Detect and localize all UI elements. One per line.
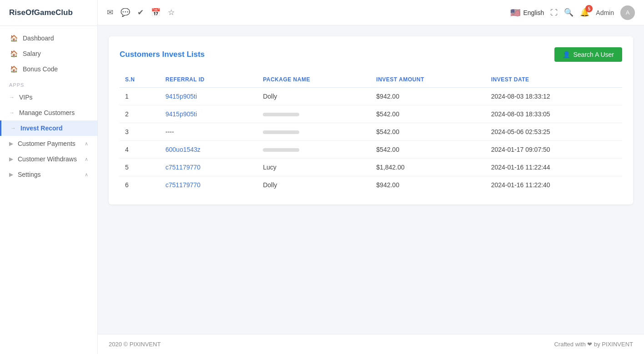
sidebar-label-settings: Settings [18,171,41,178]
cell-sn: 3 [120,123,160,141]
table-row: 6c751179770Dolly$942.002024-01-16 11:22:… [120,176,622,194]
sidebar-item-settings[interactable]: ▶ Settings ∧ [0,167,97,182]
chevron-withdraws-icon: ∧ [85,156,88,162]
table-row: 4600uo1543z$542.002024-01-17 09:07:50 [120,141,622,159]
sidebar: RiseOfGameClub 🏠 Dashboard 🏠 Salary 🏠 Bo… [0,0,98,354]
topbar-action-icons: ✉ 💬 ✔ 📅 ☆ [107,8,175,17]
referral-link[interactable]: c751179770 [166,181,201,189]
cell-package-name [257,123,371,141]
cell-package-name: Dolly [257,176,371,194]
col-package-name: Package Name [257,72,371,88]
cell-referral-id: 600uo1543z [160,141,257,159]
content-area: Customers Invest Lists 👤 Search A User S… [98,25,644,334]
sidebar-label-customer-withdraws: Customer Withdraws [18,155,77,163]
table-row: 19415p905tiDolly$942.002024-08-03 18:33:… [120,88,622,105]
mail-icon[interactable]: ✉ [107,8,113,17]
sidebar-item-customer-withdraws[interactable]: ▶ Customer Withdraws ∧ [0,151,97,167]
cell-sn: 2 [120,105,160,123]
flag-icon: 🇺🇸 [510,8,520,18]
sidebar-label-invest-record: Invest Record [20,125,63,132]
notification-badge: 5 [585,5,593,12]
referral-link[interactable]: 600uo1543z [166,146,201,153]
package-placeholder [263,130,299,134]
cell-referral-id: ---- [160,123,257,141]
app-logo: RiseOfGameClub [0,0,97,26]
check-icon[interactable]: ✔ [137,8,144,17]
main-content: ✉ 💬 ✔ 📅 ☆ 🇺🇸 English ⛶ 🔍 🔔 5 Admin A [98,0,644,354]
sidebar-item-customer-payments[interactable]: ▶ Customer Payments ∧ [0,136,97,151]
col-referral-id: Referral ID [160,72,257,88]
cell-referral-id: c751179770 [160,159,257,176]
sidebar-item-bonus-code[interactable]: 🏠 Bonus Code [0,61,97,77]
sidebar-label-customer-payments: Customer Payments [18,140,75,147]
table-body: 19415p905tiDolly$942.002024-08-03 18:33:… [120,88,622,194]
star-icon[interactable]: ☆ [168,8,175,17]
apps-section-label: APPS [0,77,97,90]
package-placeholder [263,148,299,152]
col-invest-amount: Invest Amount [371,72,485,88]
sidebar-item-manage-customers[interactable]: → Manage Customers [0,105,97,120]
cell-referral-id: 9415p905ti [160,88,257,105]
footer-crafted: Crafted with ❤ by PIXINVENT [554,341,633,348]
language-label: English [523,9,544,16]
invest-table: S.N Referral ID Package Name Invest Amou… [120,72,622,194]
referral-link[interactable]: 9415p905ti [166,110,197,118]
cell-invest-date: 2024-05-06 02:53:25 [486,123,622,141]
cell-sn: 4 [120,141,160,159]
chevron-payments-icon: ∧ [85,141,88,147]
cell-invest-amount: $542.00 [371,123,485,141]
cell-package-name: Lucy [257,159,371,176]
sidebar-label-manage-customers: Manage Customers [19,109,75,116]
referral-link[interactable]: c751179770 [166,164,201,171]
sidebar-item-salary[interactable]: 🏠 Salary [0,46,97,61]
col-invest-date: Invest Date [486,72,622,88]
sidebar-item-dashboard[interactable]: 🏠 Dashboard [0,30,97,46]
fullscreen-icon[interactable]: ⛶ [550,9,558,17]
cell-referral-id: 9415p905ti [160,105,257,123]
cell-invest-date: 2024-01-16 11:22:44 [486,159,622,176]
cell-package-name [257,141,371,159]
sidebar-item-invest-record[interactable]: → Invest Record [0,120,97,136]
referral-link[interactable]: 9415p905ti [166,93,197,100]
cell-invest-date: 2024-01-16 11:22:40 [486,176,622,194]
cell-invest-amount: $1,842.00 [371,159,485,176]
arrow-icon-vips: → [9,94,15,100]
cell-invest-amount: $942.00 [371,88,485,105]
chat-icon[interactable]: 💬 [121,8,130,17]
invest-list-card: Customers Invest Lists 👤 Search A User S… [109,36,633,204]
cell-sn: 5 [120,159,160,176]
admin-label: Admin [596,9,614,16]
sidebar-label-vips: VIPs [19,94,33,101]
arrow-icon-invest: → [10,125,16,131]
footer-copyright: 2020 © PIXINVENT [109,341,161,348]
table-row: 3----$542.002024-05-06 02:53:25 [120,123,622,141]
table-row: 5c751179770Lucy$1,842.002024-01-16 11:22… [120,159,622,176]
cell-sn: 1 [120,88,160,105]
topbar: ✉ 💬 ✔ 📅 ☆ 🇺🇸 English ⛶ 🔍 🔔 5 Admin A [98,0,644,25]
arrow-icon-manage: → [9,110,15,116]
sidebar-item-vips[interactable]: → VIPs [0,90,97,105]
search-icon[interactable]: 🔍 [564,8,574,17]
notification-bell[interactable]: 🔔 5 [580,8,589,17]
arrow-icon-settings: ▶ [9,171,13,178]
calendar-icon[interactable]: 📅 [151,8,161,17]
footer: 2020 © PIXINVENT Crafted with ❤ by PIXIN… [98,334,644,354]
cell-invest-date: 2024-08-03 18:33:05 [486,105,622,123]
cell-invest-amount: $542.00 [371,105,485,123]
sidebar-label-dashboard: Dashboard [23,35,54,42]
language-selector[interactable]: 🇺🇸 English [510,8,544,18]
table-head: S.N Referral ID Package Name Invest Amou… [120,72,622,88]
cell-invest-amount: $942.00 [371,176,485,194]
bonus-icon: 🏠 [9,65,18,73]
search-user-label: Search A User [574,51,614,58]
sidebar-label-bonus-code: Bonus Code [23,65,58,73]
avatar: A [620,5,635,20]
cell-sn: 6 [120,176,160,194]
search-user-button[interactable]: 👤 Search A User [554,47,623,62]
col-sn: S.N [120,72,160,88]
arrow-icon-payments: ▶ [9,140,13,147]
cell-package-name: Dolly [257,88,371,105]
table-row: 29415p905ti$542.002024-08-03 18:33:05 [120,105,622,123]
page-title: Customers Invest Lists [120,50,205,59]
cell-invest-amount: $542.00 [371,141,485,159]
